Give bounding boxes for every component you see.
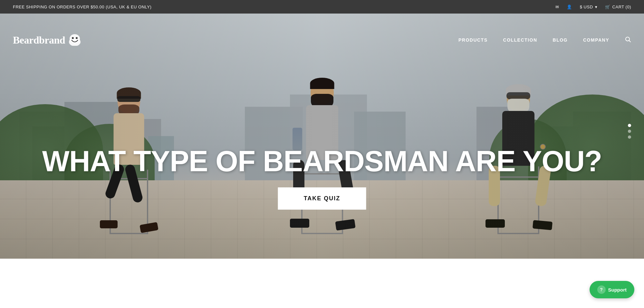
nav-blog[interactable]: BLOG: [553, 37, 568, 43]
currency-chevron: ▾: [595, 5, 598, 9]
hero-content: WHAT TYPE OF BEARDSMAN ARE YOU? TAKE QUI…: [0, 147, 644, 210]
slide-dot-2[interactable]: [628, 130, 631, 133]
hero-headline: WHAT TYPE OF BEARDSMAN ARE YOU?: [0, 147, 644, 176]
currency-label: $ USD: [580, 5, 593, 9]
slide-dot-1[interactable]: [628, 124, 631, 127]
logo-text: Beardbrand: [13, 34, 65, 46]
main-nav: PRODUCTS COLLECTION BLOG COMPANY: [458, 36, 631, 44]
cart-button[interactable]: 🛒 CART (0): [605, 5, 631, 9]
take-quiz-button[interactable]: TAKE QUIZ: [278, 187, 366, 210]
currency-selector[interactable]: $ USD ▾: [580, 5, 597, 9]
beard-logo-icon: [68, 34, 81, 46]
svg-line-5: [629, 40, 631, 42]
cart-icon: 🛒: [605, 5, 610, 9]
search-icon[interactable]: [625, 36, 631, 44]
nav-collection[interactable]: COLLECTION: [503, 37, 537, 43]
svg-point-2: [72, 37, 74, 39]
cart-label: CART (0): [612, 5, 631, 9]
topbar-icons: ✉ 👤 $ USD ▾ 🛒 CART (0): [555, 5, 631, 9]
announcement-bar: FREE SHIPPING ON ORDERS OVER $50.00 (USA…: [0, 0, 644, 14]
nav-company[interactable]: COMPANY: [583, 37, 609, 43]
logo[interactable]: Beardbrand: [13, 34, 81, 46]
hero-section: Beardbrand PRODUCTS COLLECTION BLOG COMP…: [0, 14, 644, 259]
announcement-text: FREE SHIPPING ON ORDERS OVER $50.00 (USA…: [13, 5, 151, 9]
user-icon[interactable]: 👤: [567, 5, 572, 9]
svg-point-3: [76, 37, 78, 39]
slide-dot-3[interactable]: [628, 135, 631, 139]
nav-products[interactable]: PRODUCTS: [458, 37, 488, 43]
email-icon[interactable]: ✉: [555, 5, 559, 9]
slide-dots: [628, 124, 631, 139]
header: Beardbrand PRODUCTS COLLECTION BLOG COMP…: [0, 27, 644, 53]
